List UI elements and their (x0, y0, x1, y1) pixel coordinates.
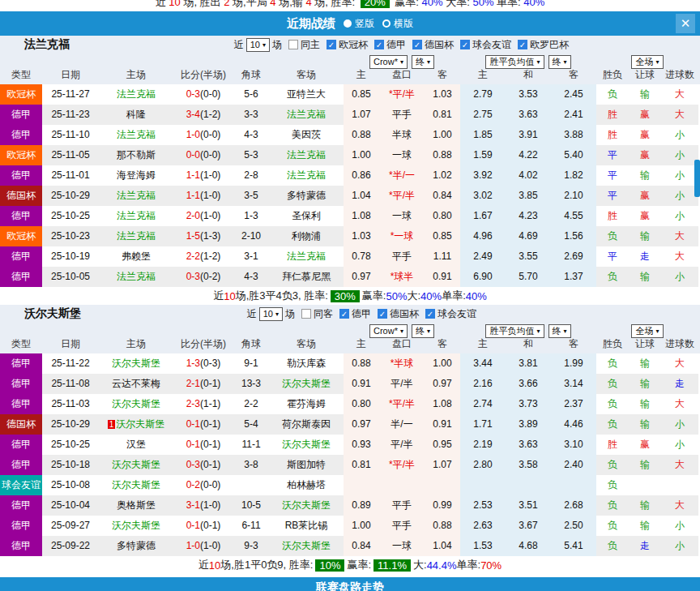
table-row: 欧冠杯25-10-23法兰克福1-5(1-3)2-10利物浦1.03*一球0.8… (0, 226, 700, 246)
match-count-select[interactable]: 10▾ (259, 307, 283, 321)
stat-segment: 近 (156, 0, 169, 8)
odds-source-select[interactable]: Crow*▾ (369, 324, 408, 338)
table-row: 德甲25-10-18沃尔夫斯堡0-3(0-1)3-8斯图加特0.81*平/半1.… (0, 455, 700, 475)
match-date: 25-10-29 (42, 186, 99, 206)
full-time-score: 0-3 (186, 459, 200, 470)
lose-odds: 2.37 (551, 394, 596, 414)
away-team: 沃尔夫斯堡 (269, 374, 344, 394)
chevron-down-icon: ▾ (427, 57, 430, 67)
league-badge: 德甲 (0, 105, 42, 125)
layout-radio-vertical[interactable]: 竖版 (337, 17, 374, 31)
match-date: 25-11-01 (42, 165, 99, 186)
lose-odds: 1.56 (551, 226, 596, 246)
match-date: 25-10-04 (42, 495, 99, 516)
column-header: 日期 (42, 337, 99, 351)
wdl-source-select[interactable]: 胜平负均值▾ (485, 324, 544, 338)
checkbox-checked-icon[interactable]: ✓ (412, 40, 422, 49)
checkbox-checked-icon[interactable]: ✓ (518, 40, 527, 49)
league-badge: 德甲 (0, 536, 42, 556)
away-team-name: 法兰克福 (287, 251, 326, 262)
result-wdl: 负 (596, 495, 629, 516)
corner-count: 6-11 (233, 516, 269, 536)
draw-odds: 3.81 (506, 353, 551, 374)
column-header: 和 (506, 68, 551, 82)
away-odds: 0.88 (425, 516, 460, 536)
chevron-down-icon: ▾ (400, 326, 403, 336)
odds-time-select[interactable]: 终▾ (412, 55, 434, 69)
draw-odds: 4.02 (506, 165, 551, 186)
scope-select[interactable]: 全场▾ (631, 55, 663, 69)
away-odds: 1.02 (425, 165, 460, 186)
away-team-name: RB莱比锡 (285, 520, 328, 531)
home-team-name: 云达不莱梅 (112, 378, 160, 389)
half-time-score: (1-0) (200, 190, 220, 201)
lose-odds: 2.45 (551, 84, 596, 105)
checkbox-unchecked-icon[interactable] (288, 40, 298, 49)
result-handicap: 赢 (629, 435, 661, 455)
wdl-time-select[interactable]: 终▾ (548, 55, 571, 69)
column-header: 主场 (99, 337, 173, 351)
result-column-labels: 胜负让球进球数 (596, 339, 698, 353)
bottom-bar[interactable]: 联赛盘路走势 (0, 577, 700, 591)
result-handicap: 走 (629, 246, 661, 267)
full-time-score: 3-1 (186, 499, 200, 511)
away-team-name: 圣保利 (292, 210, 321, 221)
odds-time-select[interactable]: 终▾ (412, 324, 434, 338)
close-icon[interactable]: ✕ (676, 14, 695, 33)
full-time-score: 1-5 (186, 230, 200, 242)
result-handicap: 赢 (629, 125, 661, 145)
score: 2-2(1-2) (173, 246, 233, 267)
odds-source-select[interactable]: Crow*▾ (369, 55, 408, 69)
wdl-source-select[interactable]: 胜平负均值▾ (485, 55, 544, 69)
column-header: 角球 (233, 68, 269, 82)
win-odds (460, 475, 506, 495)
result-wdl: 平 (596, 246, 629, 267)
home-team: 沃尔夫斯堡 (99, 353, 173, 374)
home-odds: 0.81 (344, 455, 379, 475)
home-team: 多特蒙德 (99, 536, 173, 556)
home-team-name: 沃尔夫斯堡 (112, 398, 160, 409)
away-team: 柏林赫塔 (269, 475, 344, 495)
summary-row: 近10场,胜1平0负9, 胜率:10% 赢率:11.1% 大:44.4% 单率:… (0, 556, 700, 574)
league-badge: 德国杯 (0, 186, 42, 206)
away-odds: 0.85 (425, 226, 460, 246)
corner-count: 3-5 (233, 186, 269, 206)
home-team: 海登海姆 (99, 165, 173, 186)
result-wdl: 平 (596, 165, 629, 186)
checkbox-checked-icon[interactable]: ✓ (460, 40, 470, 49)
full-time-score: 2-1 (186, 378, 200, 389)
home-odds: 1.04 (344, 186, 379, 206)
lose-odds: 3.88 (551, 125, 596, 145)
table-row: 德甲25-09-22多特蒙德1-0(1-0)9-3沃尔夫斯堡0.84一球1.04… (0, 536, 700, 556)
wdl-time-select[interactable]: 终▾ (548, 324, 571, 338)
result-wdl: 负 (596, 267, 629, 287)
away-odds: 1.08 (425, 394, 460, 414)
checkbox-checked-icon[interactable]: ✓ (339, 309, 349, 319)
match-count-select[interactable]: 10▾ (246, 38, 270, 52)
league-filter-label: 德甲 (352, 307, 371, 321)
corner-count: 4-3 (233, 267, 269, 287)
score: 0-2(0-0) (173, 475, 233, 495)
checkbox-unchecked-icon[interactable] (301, 309, 311, 319)
corner-count: 5-4 (233, 414, 269, 435)
summary-segment: 10 (224, 290, 235, 302)
away-team-name: 勒沃库森 (287, 358, 326, 369)
checkbox-checked-icon[interactable]: ✓ (425, 309, 435, 319)
column-header: 比分(半场) (173, 337, 233, 351)
summary-segment: 30% (331, 290, 360, 302)
away-team-name: 法兰克福 (287, 149, 326, 161)
table-row: 德甲25-10-05法兰克福0-3(0-2)4-3拜仁慕尼黑0.97*球半0.9… (0, 267, 700, 287)
home-team-name: 沃尔夫斯堡 (112, 358, 160, 369)
away-team: 斯图加特 (269, 455, 344, 475)
checkbox-checked-icon[interactable]: ✓ (327, 40, 336, 49)
scope-select[interactable]: 全场▾ (631, 324, 663, 338)
home-team-name: 汉堡 (126, 439, 146, 450)
checkbox-checked-icon[interactable]: ✓ (374, 40, 384, 49)
draw-odds: 4.22 (506, 145, 551, 165)
scrollbar-thumb[interactable] (694, 160, 700, 197)
layout-radio-horizontal[interactable]: 横版 (376, 17, 413, 31)
result-handicap: 输 (629, 226, 661, 246)
checkbox-checked-icon[interactable]: ✓ (378, 309, 387, 319)
lose-odds: 5.40 (551, 145, 596, 165)
corner-count: 9-3 (233, 536, 269, 556)
